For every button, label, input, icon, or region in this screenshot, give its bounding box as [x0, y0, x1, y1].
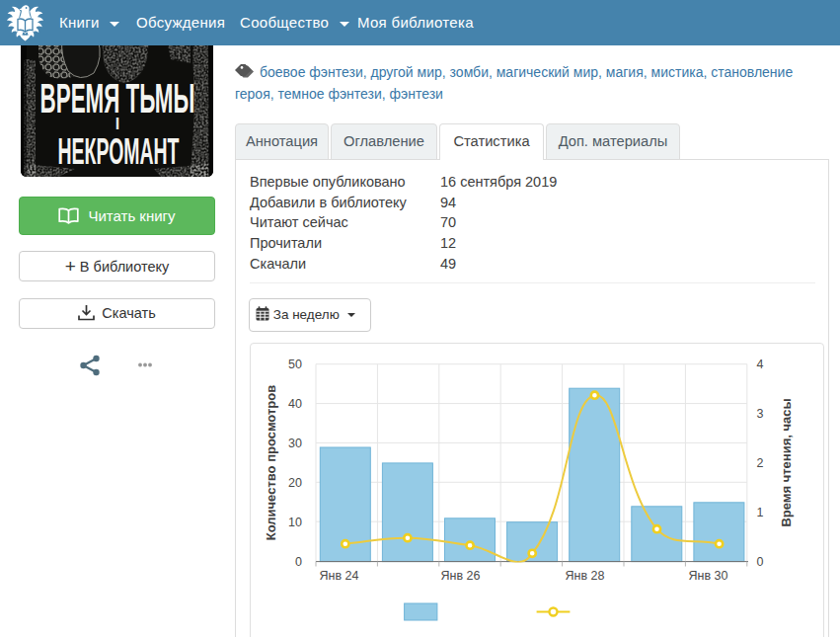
- svg-text:1: 1: [757, 506, 764, 519]
- svg-text:Янв 28: Янв 28: [566, 569, 605, 583]
- svg-text:0: 0: [757, 555, 764, 569]
- svg-text:30: 30: [288, 437, 302, 450]
- svg-text:10: 10: [288, 516, 302, 529]
- svg-text:Янв 30: Янв 30: [689, 569, 728, 583]
- svg-text:20: 20: [288, 476, 302, 490]
- svg-text:Янв 24: Янв 24: [320, 569, 359, 583]
- svg-text:4: 4: [757, 358, 764, 371]
- svg-text:Время чтения, часы: Время чтения, часы: [779, 398, 794, 526]
- svg-text:50: 50: [288, 358, 302, 371]
- svg-text:Янв 26: Янв 26: [441, 569, 481, 583]
- svg-text:Количество просмотров: Количество просмотров: [264, 385, 278, 540]
- svg-text:3: 3: [757, 407, 764, 421]
- svg-text:2: 2: [757, 456, 764, 470]
- svg-text:0: 0: [295, 555, 302, 569]
- svg-text:40: 40: [288, 397, 302, 411]
